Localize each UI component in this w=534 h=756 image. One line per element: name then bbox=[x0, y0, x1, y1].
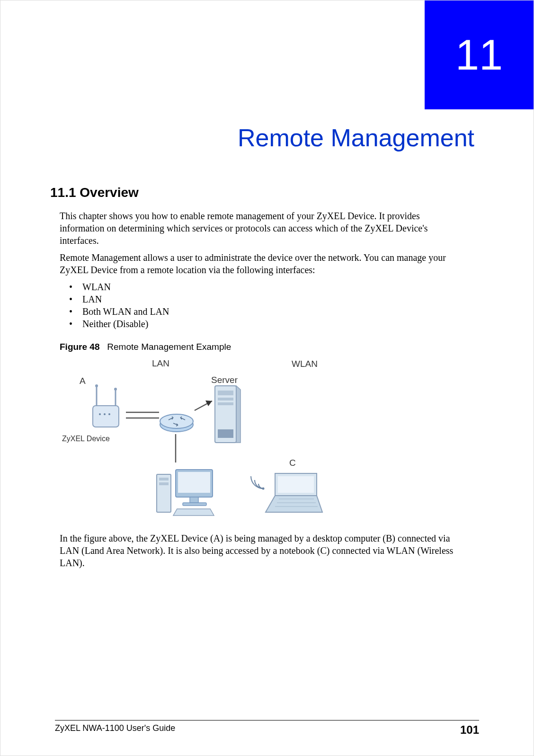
svg-rect-5 bbox=[93, 406, 119, 427]
svg-point-7 bbox=[95, 384, 98, 387]
svg-rect-26 bbox=[190, 497, 198, 503]
footer-guide-name: ZyXEL NWA-1100 User's Guide bbox=[55, 723, 175, 737]
page-footer: ZyXEL NWA-1100 User's Guide 101 bbox=[55, 720, 479, 737]
server-icon bbox=[211, 382, 243, 446]
svg-rect-25 bbox=[178, 472, 210, 493]
svg-rect-22 bbox=[159, 478, 169, 480]
svg-rect-23 bbox=[159, 482, 169, 485]
list-item: WLAN bbox=[69, 281, 479, 293]
chapter-number-tab: 11 bbox=[425, 0, 534, 109]
svg-marker-28 bbox=[173, 509, 214, 516]
list-item: LAN bbox=[69, 293, 479, 305]
svg-point-10 bbox=[99, 413, 101, 415]
section-heading: 11.1 Overview bbox=[50, 185, 479, 200]
interface-list: WLAN LAN Both WLAN and LAN Neither (Disa… bbox=[60, 281, 479, 330]
figure-caption: Figure 48 Remote Management Example bbox=[60, 342, 479, 352]
svg-rect-19 bbox=[218, 402, 233, 405]
router-icon bbox=[157, 408, 197, 436]
svg-rect-30 bbox=[278, 476, 314, 493]
chapter-title: Remote Management bbox=[55, 124, 479, 152]
svg-point-9 bbox=[114, 388, 117, 391]
svg-rect-18 bbox=[218, 398, 233, 400]
figure-number: Figure 48 bbox=[60, 342, 99, 352]
overview-para-2: Remote Management allows a user to admin… bbox=[55, 251, 479, 276]
svg-point-14 bbox=[160, 414, 193, 428]
chapter-number: 11 bbox=[455, 31, 503, 80]
svg-point-12 bbox=[108, 413, 110, 415]
svg-marker-16 bbox=[236, 386, 240, 443]
figure-title: Remote Management Example bbox=[107, 342, 231, 352]
list-item: Both WLAN and LAN bbox=[69, 305, 479, 318]
figure-diagram: LAN WLAN A Server ZyXEL Device C bbox=[60, 356, 339, 526]
laptop-icon bbox=[261, 470, 327, 517]
svg-rect-27 bbox=[183, 503, 206, 506]
page: 11 Remote Management 11.1 Overview This … bbox=[0, 0, 534, 756]
svg-point-11 bbox=[104, 413, 106, 415]
svg-rect-20 bbox=[218, 429, 233, 438]
list-item: Neither (Disable) bbox=[69, 318, 479, 330]
footer-page-number: 101 bbox=[460, 723, 479, 737]
svg-rect-17 bbox=[218, 391, 233, 395]
overview-para-1: This chapter shows you how to enable rem… bbox=[55, 210, 479, 247]
access-point-icon bbox=[79, 382, 131, 434]
figure-description: In the figure above, the ZyXEL Device (A… bbox=[55, 532, 479, 569]
desktop-icon bbox=[154, 462, 216, 519]
